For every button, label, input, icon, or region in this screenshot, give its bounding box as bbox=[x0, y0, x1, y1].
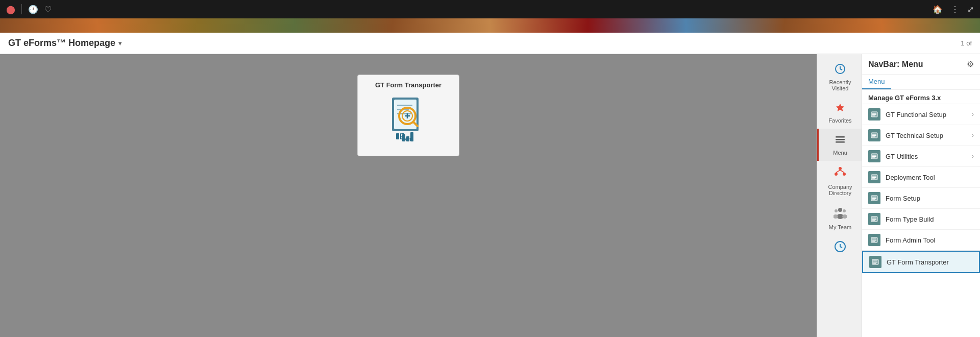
svg-text:GT: GT bbox=[405, 137, 412, 142]
form-transporter-svg: GT bbox=[388, 97, 429, 142]
menu-item-gt-functional-setup[interactable]: GT Functional Setup› bbox=[862, 104, 980, 125]
svg-rect-24 bbox=[836, 141, 845, 143]
svg-line-21 bbox=[840, 69, 842, 70]
svg-rect-10 bbox=[396, 133, 399, 139]
svg-rect-11 bbox=[400, 133, 401, 139]
menu-item-icon bbox=[868, 150, 880, 162]
menu-item-gt-technical-setup[interactable]: GT Technical Setup› bbox=[862, 125, 980, 146]
sidebar-item-favorites[interactable]: Favorites bbox=[817, 97, 862, 129]
svg-rect-12 bbox=[401, 133, 404, 134]
main-area: GT Form Transporter bbox=[0, 54, 980, 337]
clock-icon[interactable]: 🕐 bbox=[28, 5, 38, 14]
card-title: GT Form Transporter bbox=[375, 81, 442, 89]
favorites-icon bbox=[835, 102, 846, 115]
expand-icon[interactable]: ⤢ bbox=[967, 5, 974, 14]
menu-item-label: GT Form Transporter bbox=[887, 258, 973, 266]
chevron-right-icon: › bbox=[972, 111, 974, 118]
menu-items-container: GT Functional Setup›GT Technical Setup›G… bbox=[862, 104, 980, 273]
header-title: GT eForms™ Homepage ▾ bbox=[8, 38, 121, 49]
gt-form-transporter-card[interactable]: GT Form Transporter bbox=[357, 75, 459, 156]
chevron-right-icon: › bbox=[972, 153, 974, 160]
sidebar-item-clock[interactable] bbox=[817, 235, 862, 262]
navbar-title: NavBar: Menu bbox=[868, 60, 923, 69]
menu-item-form-admin-tool[interactable]: Form Admin Tool bbox=[862, 230, 980, 251]
top-bar: ⬤ 🕐 ♡ 🏠 ⋮ ⤢ bbox=[0, 0, 980, 18]
my-team-label: My Team bbox=[829, 224, 851, 230]
menu-item-icon bbox=[868, 192, 880, 204]
menu-item-form-setup[interactable]: Form Setup bbox=[862, 188, 980, 209]
page-info: 1 of bbox=[961, 39, 972, 47]
menu-item-label: GT Technical Setup bbox=[886, 132, 970, 139]
more-icon[interactable]: ⋮ bbox=[951, 5, 959, 14]
favorites-label: Favorites bbox=[828, 117, 851, 124]
home-icon[interactable]: 🏠 bbox=[933, 5, 943, 14]
gear-icon[interactable]: ⚙ bbox=[967, 59, 974, 69]
menu-item-label: Form Admin Tool bbox=[886, 236, 974, 244]
menu-item-gt-form-transporter[interactable]: GT Form Transporter bbox=[862, 251, 980, 273]
menu-item-icon bbox=[868, 234, 880, 246]
menu-tab-container: Menu bbox=[862, 75, 980, 90]
menu-item-gt-utilities[interactable]: GT Utilities› bbox=[862, 146, 980, 167]
recently-visited-label: Recently Visited bbox=[821, 79, 860, 91]
svg-line-28 bbox=[836, 170, 840, 173]
menu-item-icon bbox=[868, 213, 880, 225]
menu-item-icon bbox=[869, 256, 881, 268]
sidebar-item-my-team[interactable]: My Team bbox=[817, 201, 862, 235]
menu-item-label: Deployment Tool bbox=[886, 174, 974, 181]
divider bbox=[21, 4, 22, 14]
menu-item-label: Form Setup bbox=[886, 195, 974, 202]
page-title: GT eForms™ Homepage bbox=[8, 38, 115, 49]
menu-item-icon bbox=[868, 129, 880, 141]
svg-point-32 bbox=[835, 209, 838, 212]
chevron-right-icon: › bbox=[972, 132, 974, 139]
sidebar-item-company-directory[interactable]: Company Directory bbox=[817, 161, 862, 201]
menu-item-label: Form Type Build bbox=[886, 215, 974, 223]
menu-panel-header: NavBar: Menu ⚙ bbox=[862, 54, 980, 75]
menu-item-label: GT Functional Setup bbox=[886, 111, 970, 118]
clock2-icon bbox=[834, 240, 846, 255]
menu-item-form-type-build[interactable]: Form Type Build bbox=[862, 209, 980, 230]
menu-section-title: Manage GT eForms 3.x bbox=[862, 90, 980, 104]
svg-rect-22 bbox=[836, 136, 845, 138]
svg-point-30 bbox=[838, 208, 842, 212]
menu-item-deployment-tool[interactable]: Deployment Tool bbox=[862, 167, 980, 188]
menu-tab[interactable]: Menu bbox=[862, 75, 891, 89]
svg-line-29 bbox=[840, 170, 844, 173]
svg-rect-25 bbox=[839, 167, 842, 170]
banner-strip bbox=[0, 18, 980, 33]
navbar-panel: Recently Visited Favorites Menu bbox=[817, 54, 980, 337]
menu-item-icon bbox=[868, 171, 880, 183]
menu-item-icon bbox=[868, 108, 880, 121]
my-team-icon bbox=[834, 206, 847, 222]
sidebar-item-menu[interactable]: Menu bbox=[817, 129, 862, 161]
menu-panel: NavBar: Menu ⚙ Menu Manage GT eForms 3.x… bbox=[862, 54, 980, 337]
circle-icon[interactable]: ⬤ bbox=[6, 5, 15, 14]
top-bar-left: ⬤ 🕐 ♡ bbox=[6, 4, 52, 14]
menu-label: Menu bbox=[833, 150, 847, 156]
sidebar: Recently Visited Favorites Menu bbox=[817, 54, 862, 337]
top-bar-right: 🏠 ⋮ ⤢ bbox=[933, 5, 974, 14]
company-directory-label: Company Directory bbox=[821, 184, 860, 196]
content-left: GT Form Transporter bbox=[0, 54, 817, 337]
sidebar-item-recently-visited[interactable]: Recently Visited bbox=[817, 58, 862, 97]
svg-rect-2 bbox=[397, 105, 412, 106]
svg-rect-27 bbox=[843, 173, 846, 176]
svg-rect-23 bbox=[836, 139, 845, 140]
header: GT eForms™ Homepage ▾ 1 of bbox=[0, 33, 980, 54]
menu-icon bbox=[835, 134, 846, 148]
menu-item-label: GT Utilities bbox=[886, 153, 970, 160]
recently-visited-icon bbox=[835, 63, 846, 77]
title-dropdown-icon[interactable]: ▾ bbox=[118, 40, 121, 47]
heart-icon[interactable]: ♡ bbox=[44, 5, 52, 14]
card-icon: GT bbox=[385, 94, 431, 145]
company-directory-icon bbox=[834, 166, 847, 182]
navbar-content: Recently Visited Favorites Menu bbox=[817, 54, 980, 337]
svg-point-34 bbox=[843, 209, 846, 212]
svg-rect-26 bbox=[835, 173, 838, 176]
